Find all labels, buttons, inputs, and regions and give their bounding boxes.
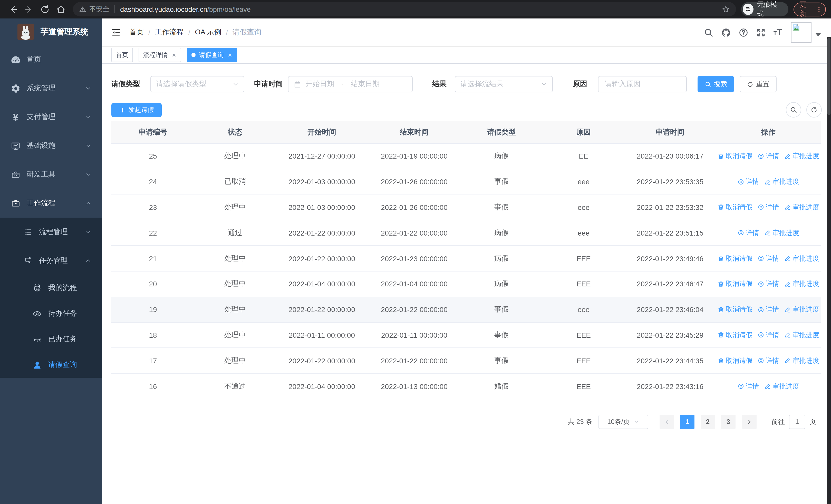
scrollbar[interactable] — [827, 37, 831, 504]
next-page-button[interactable] — [742, 415, 756, 429]
detail-action-link[interactable]: 详情 — [757, 305, 779, 314]
action-label: 取消请假 — [726, 356, 752, 365]
apply-time-range-picker[interactable]: 开始日期 - 结束日期 — [288, 76, 413, 92]
cancel-action-link[interactable]: 取消请假 — [718, 203, 752, 212]
url-bar[interactable]: 不安全 dashboard.yudao.iocoder.cn/bpm/oa/le… — [73, 2, 736, 17]
browser-menu-icon[interactable] — [815, 5, 822, 13]
cell-end: 2022-01-13 00:00:00 — [368, 374, 460, 399]
sidebar-item-payment[interactable]: ¥支付管理 — [0, 102, 102, 131]
progress-action-link[interactable]: 审批进度 — [764, 177, 799, 186]
tab-请假查询[interactable]: 请假查询× — [187, 48, 237, 62]
breadcrumb-item[interactable]: 首页 — [130, 28, 144, 37]
tab-首页[interactable]: 首页 — [111, 48, 133, 62]
sidebar-item-dev-tools[interactable]: 研发工具 — [0, 160, 102, 189]
sidebar-item-infrastructure[interactable]: 基础设施 — [0, 131, 102, 160]
edit-icon — [784, 204, 791, 211]
cell-status: 处理中 — [195, 245, 276, 271]
tab-流程详情[interactable]: 流程详情× — [139, 48, 181, 62]
reason-input[interactable]: 请输入原因 — [598, 76, 687, 92]
create-leave-button[interactable]: 发起请假 — [111, 103, 162, 117]
collapse-sidebar-icon[interactable] — [111, 27, 121, 37]
detail-action-link[interactable]: 详情 — [757, 279, 779, 289]
sidebar-item-process-mgmt[interactable]: 流程管理 — [0, 217, 102, 246]
progress-action-link[interactable]: 审批进度 — [784, 279, 819, 289]
browser-home-icon[interactable] — [56, 4, 66, 14]
sidebar-item-todo-tasks[interactable]: 待办任务 — [0, 301, 102, 326]
reset-button[interactable]: 重置 — [740, 76, 777, 92]
browser-forward-icon[interactable] — [24, 4, 34, 14]
cell-apply_time: 2022-01-22 23:53:35 — [625, 169, 716, 195]
sidebar-item-label: 研发工具 — [27, 170, 55, 179]
page-button-1[interactable]: 1 — [680, 415, 694, 429]
cancel-action-link[interactable]: 取消请假 — [718, 279, 752, 289]
search-icon[interactable] — [704, 27, 713, 37]
sidebar-item-home[interactable]: 首页 — [0, 45, 102, 74]
font-size-icon[interactable]: TT — [774, 27, 783, 37]
progress-action-link[interactable]: 审批进度 — [784, 356, 819, 365]
github-icon[interactable] — [721, 27, 731, 37]
progress-action-link[interactable]: 审批进度 — [784, 152, 819, 161]
cancel-action-link[interactable]: 取消请假 — [718, 356, 752, 365]
goto-page-input[interactable]: 1 — [789, 415, 805, 429]
cancel-action-link[interactable]: 取消请假 — [718, 305, 752, 314]
toggle-search-button[interactable] — [786, 102, 801, 118]
cell-end: 2022-01-11 00:00:00 — [368, 322, 460, 348]
sidebar-item-task-mgmt[interactable]: 任务管理 — [0, 246, 102, 275]
progress-action-link[interactable]: 审批进度 — [784, 203, 819, 212]
sidebar-item-done-tasks[interactable]: 已办任务 — [0, 326, 102, 352]
detail-action-link[interactable]: 详情 — [738, 228, 759, 238]
cell-type: 事假 — [460, 169, 543, 195]
leave-type-select[interactable]: 请选择请假类型 — [150, 76, 244, 92]
sidebar-item-leave-query[interactable]: 请假查询 — [0, 352, 102, 378]
page-button-3[interactable]: 3 — [721, 415, 736, 429]
close-tab-icon[interactable]: × — [171, 52, 177, 58]
sidebar-item-label: 基础设施 — [27, 141, 55, 150]
close-tab-icon[interactable]: × — [227, 52, 232, 58]
scrollbar-thumb[interactable] — [827, 38, 830, 115]
progress-action-link[interactable]: 审批进度 — [764, 382, 799, 391]
detail-action-link[interactable]: 详情 — [738, 382, 759, 391]
browser-back-icon[interactable] — [8, 4, 18, 14]
cell-id: 24 — [111, 169, 195, 195]
cancel-action-link[interactable]: 取消请假 — [718, 330, 752, 340]
detail-action-link[interactable]: 详情 — [757, 356, 779, 365]
detail-action-link[interactable]: 详情 — [738, 177, 759, 186]
update-button[interactable]: 更新 — [794, 2, 826, 16]
caret-down-icon[interactable] — [815, 33, 821, 36]
result-select[interactable]: 请选择流结果 — [455, 76, 553, 92]
progress-action-link[interactable]: 审批进度 — [784, 254, 819, 263]
active-tab-dot — [192, 53, 196, 57]
progress-action-link[interactable]: 审批进度 — [784, 305, 819, 314]
detail-action-link[interactable]: 详情 — [757, 203, 779, 212]
help-icon[interactable] — [739, 27, 748, 37]
page-button-2[interactable]: 2 — [700, 415, 715, 429]
fullscreen-icon[interactable] — [756, 27, 766, 37]
refresh-table-button[interactable] — [806, 102, 822, 118]
progress-action-link[interactable]: 审批进度 — [784, 330, 819, 340]
browser-refresh-icon[interactable] — [40, 4, 50, 14]
progress-action-link[interactable]: 审批进度 — [764, 228, 799, 238]
view-icon — [738, 178, 744, 185]
search-icon — [705, 81, 711, 88]
search-button[interactable]: 搜索 — [697, 76, 734, 92]
bookmark-star-icon[interactable] — [722, 5, 730, 13]
leave-table: 申请编号状态开始时间结束时间请假类型原因申请时间操作 25处理中2021-12-… — [111, 121, 821, 399]
column-header: 操作 — [716, 121, 821, 144]
sidebar-item-my-process[interactable]: 我的流程 — [0, 275, 102, 301]
sidebar-item-label: 请假查询 — [48, 360, 77, 369]
page-size-select[interactable]: 10条/页 — [599, 415, 648, 429]
breadcrumb-item[interactable]: 工作流程 — [155, 28, 184, 37]
cancel-action-link[interactable]: 取消请假 — [718, 254, 752, 263]
cell-end: 2022-01-04 00:00:00 — [368, 271, 460, 297]
sidebar-item-system[interactable]: 系统管理 — [0, 74, 102, 102]
cell-apply_time: 2022-01-22 23:49:46 — [625, 245, 716, 271]
detail-action-link[interactable]: 详情 — [757, 152, 779, 161]
app-logo[interactable]: 芋道管理系统 — [0, 19, 102, 45]
cancel-action-link[interactable]: 取消请假 — [718, 152, 752, 161]
sidebar-item-workflow[interactable]: 工作流程 — [0, 189, 102, 217]
prev-page-button[interactable] — [660, 415, 674, 429]
detail-action-link[interactable]: 详情 — [757, 330, 779, 340]
avatar[interactable] — [791, 22, 811, 42]
breadcrumb-item[interactable]: OA 示例 — [195, 28, 222, 37]
detail-action-link[interactable]: 详情 — [757, 254, 779, 263]
